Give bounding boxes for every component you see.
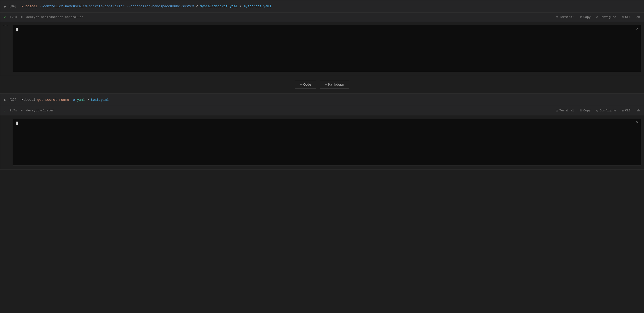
cell2-number: [27]	[9, 98, 19, 102]
cell1-status-check: ✓	[4, 15, 6, 19]
add-code-icon: +	[300, 83, 302, 87]
cell-block-1: ▶ [34] kubeseal --controller-name=sealed…	[0, 0, 644, 76]
cell2-cmd-sub: get secret runme	[37, 98, 69, 102]
cell1-copy-button[interactable]: ⧉ Copy	[580, 15, 591, 19]
cell2-cmd-flag-val: yaml	[77, 98, 85, 102]
cell2-cli-icon: ⊞	[622, 109, 624, 112]
cell1-cmd-file-out: mysecrets.yaml	[244, 4, 272, 8]
cell1-command: kubeseal --controller-name=sealed-secret…	[22, 4, 640, 8]
cell2-file-icon: ⊞	[21, 109, 22, 112]
cell2-sh-label: sh	[636, 109, 640, 112]
add-code-label: Code	[303, 83, 312, 87]
cell1-output-cursor	[16, 28, 18, 32]
cell1-cmd-redirect-in: <	[196, 4, 198, 8]
cell1-cmd-flag2: --controller-namespace=kube-system	[126, 4, 194, 8]
cell1-terminal-label: Terminal	[559, 15, 574, 19]
cell-block-2: ▶ [27] kubectl get secret runme -o yaml …	[0, 94, 644, 170]
add-code-button[interactable]: + Code	[295, 81, 316, 89]
cell2-close-button[interactable]: ×	[636, 120, 638, 125]
cell1-cli-button[interactable]: ⊞ CLI	[622, 15, 630, 19]
cell1-sh-label: sh	[636, 15, 640, 19]
cell2-output-cursor	[16, 122, 18, 125]
cell1-configure-label: Configure	[600, 15, 616, 19]
cell1-status-left: ✓ 1.2s ⊞ decrypt-sealedsecret-controller	[4, 15, 83, 19]
cell1-cmd-redirect-out: >	[240, 4, 242, 8]
cell1-close-button[interactable]: ×	[636, 27, 638, 31]
cell1-output-wrapper: ... ×	[0, 22, 644, 76]
cell1-status-bar: ✓ 1.2s ⊞ decrypt-sealedsecret-controller…	[0, 12, 644, 22]
add-cell-row: + Code + Markdown	[0, 76, 644, 94]
notebook-container: ▶ [34] kubeseal --controller-name=sealed…	[0, 0, 644, 170]
add-markdown-button[interactable]: + Markdown	[320, 81, 349, 89]
cell2-run-button[interactable]: ▶	[4, 98, 6, 102]
cell2-status-check: ✓	[4, 109, 6, 112]
cell2-cmd-base: kubectl	[22, 98, 36, 102]
cell1-output: ×	[13, 25, 641, 72]
cell2-configure-label: Configure	[600, 109, 616, 112]
cell1-file-icon: ⊞	[21, 15, 22, 19]
cell2-status-left: ✓ 0.7s ⊞ decrypt-cluster	[4, 109, 54, 112]
cell1-number: [34]	[9, 4, 19, 8]
cell1-cmd-file-in: mysealedsecret.yaml	[200, 4, 238, 8]
cell1-status-time: 1.2s	[10, 15, 17, 19]
cell2-status-time: 0.7s	[10, 109, 17, 112]
cell2-header: ▶ [27] kubectl get secret runme -o yaml …	[0, 94, 644, 106]
cell2-cmd-file-out: test.yaml	[91, 98, 109, 102]
cell2-cli-label: CLI	[625, 109, 630, 112]
cell2-toolbar: ⊡ Terminal ⧉ Copy ⚙ Configure ⊞ CLI sh	[556, 109, 640, 112]
cell2-status-bar: ✓ 0.7s ⊞ decrypt-cluster ⊡ Terminal ⧉ Co…	[0, 106, 644, 116]
cell1-dots-menu[interactable]: ...	[0, 23, 10, 27]
cell2-cmd-redirect: >	[87, 98, 89, 102]
cell1-run-button[interactable]: ▶	[4, 4, 6, 9]
cell1-cmd-base: kubeseal	[22, 4, 37, 8]
cell1-header: ▶ [34] kubeseal --controller-name=sealed…	[0, 0, 644, 12]
cell2-configure-button[interactable]: ⚙ Configure	[596, 109, 616, 112]
cell1-terminal-icon: ⊡	[556, 15, 558, 19]
add-markdown-icon: +	[325, 83, 327, 87]
cell2-output-wrapper: ... ×	[0, 116, 644, 169]
cell2-status-name: decrypt-cluster	[26, 109, 54, 112]
cell2-configure-icon: ⚙	[596, 109, 598, 112]
cell1-copy-icon: ⧉	[580, 15, 582, 19]
cell2-copy-button[interactable]: ⧉ Copy	[580, 109, 591, 112]
cell2-terminal-label: Terminal	[559, 109, 574, 112]
add-markdown-label: Markdown	[328, 83, 344, 87]
cell1-configure-button[interactable]: ⚙ Configure	[596, 15, 616, 19]
cell2-copy-label: Copy	[583, 109, 591, 112]
cell1-cli-icon: ⊞	[622, 15, 624, 19]
cell2-cli-button[interactable]: ⊞ CLI	[622, 109, 630, 112]
cell1-toolbar: ⊡ Terminal ⧉ Copy ⚙ Configure ⊞ CLI sh	[556, 15, 640, 19]
cell2-output: ×	[13, 118, 641, 166]
cell2-dots-menu[interactable]: ...	[0, 116, 10, 120]
cell2-copy-icon: ⧉	[580, 109, 582, 112]
cell2-terminal-icon: ⊡	[556, 109, 558, 112]
cell2-cmd-flag: -o	[71, 98, 75, 102]
cell2-terminal-button[interactable]: ⊡ Terminal	[556, 109, 574, 112]
cell1-cmd-flag1: --controller-name=sealed-secrets-control…	[39, 4, 124, 8]
cell1-cli-label: CLI	[625, 15, 630, 19]
cell1-copy-label: Copy	[583, 15, 591, 19]
cell1-status-name: decrypt-sealedsecret-controller	[26, 15, 83, 19]
cell2-command: kubectl get secret runme -o yaml > test.…	[22, 98, 640, 102]
cell1-configure-icon: ⚙	[596, 15, 598, 19]
cell1-terminal-button[interactable]: ⊡ Terminal	[556, 15, 574, 19]
